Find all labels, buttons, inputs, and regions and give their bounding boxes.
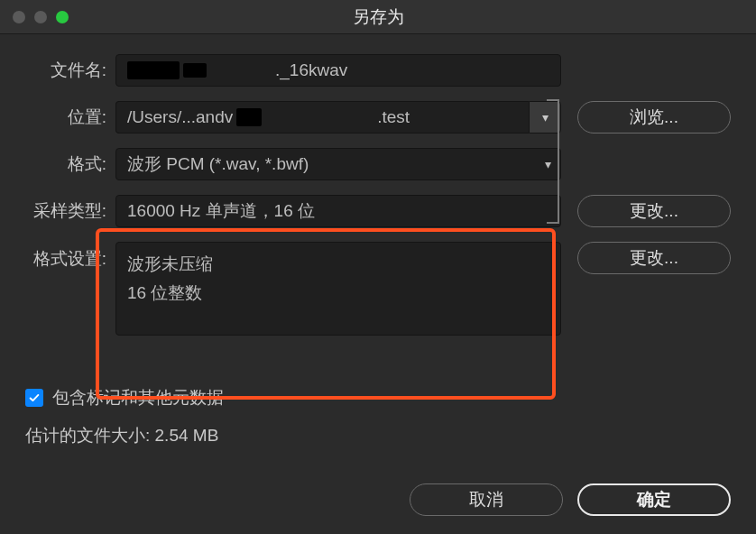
filename-text: ._16kwav	[275, 60, 347, 80]
sample-type-value: 16000 Hz 单声道，16 位	[127, 199, 315, 223]
filename-input[interactable]: ._16kwav	[115, 54, 561, 87]
file-size-estimate: 估计的文件大小: 2.54 MB	[25, 424, 731, 447]
format-settings-label: 格式设置:	[25, 242, 115, 271]
include-metadata-checkbox[interactable]	[25, 389, 43, 407]
format-label: 格式:	[25, 152, 115, 176]
format-value: 波形 PCM (*.wav, *.bwf)	[127, 152, 309, 176]
browse-button[interactable]: 浏览...	[577, 101, 731, 134]
titlebar: 另存为	[0, 0, 756, 34]
location-field[interactable]: /Users/...andv .test	[115, 101, 529, 134]
change-format-settings-button[interactable]: 更改...	[577, 242, 731, 274]
change-sample-type-button[interactable]: 更改...	[577, 195, 731, 227]
format-settings-line2: 16 位整数	[127, 279, 549, 308]
dialog-content: 文件名: ._16kwav 位置: /Users/...andv	[0, 34, 756, 534]
location-label: 位置:	[25, 106, 115, 129]
save-as-dialog: 另存为 文件名: ._16kwav 位置: /Users	[0, 0, 756, 534]
traffic-lights	[0, 11, 69, 23]
include-metadata-label: 包含标记和其他元数据	[52, 386, 224, 410]
sample-type-field: 16000 Hz 单声道，16 位	[115, 195, 561, 227]
window-title: 另存为	[0, 5, 756, 29]
zoom-window-button[interactable]	[56, 11, 69, 23]
bracket-decoration	[547, 99, 559, 224]
filename-label: 文件名:	[25, 59, 115, 82]
cancel-button[interactable]: 取消	[410, 483, 563, 516]
dialog-footer: 取消 确定	[25, 467, 731, 516]
format-dropdown[interactable]: 波形 PCM (*.wav, *.bwf) ▾	[115, 148, 561, 180]
format-settings-line1: 波形未压缩	[127, 250, 549, 279]
minimize-window-button[interactable]	[34, 11, 47, 23]
ok-button[interactable]: 确定	[577, 483, 731, 516]
check-icon	[28, 391, 41, 404]
close-window-button[interactable]	[13, 11, 25, 23]
format-settings-field: 波形未压缩 16 位整数	[115, 242, 561, 336]
sample-type-label: 采样类型:	[25, 199, 115, 223]
